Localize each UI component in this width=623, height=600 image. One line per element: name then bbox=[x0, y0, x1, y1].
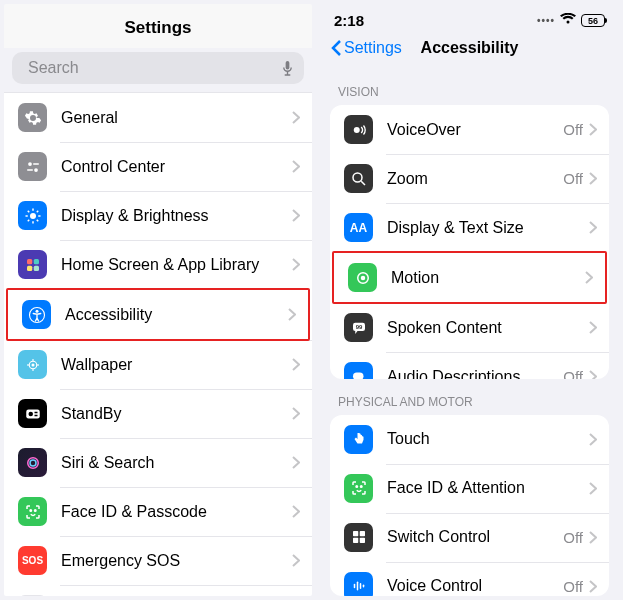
accessibility-screen: 2:18 •••• 56 Settings Accessibility VISI… bbox=[320, 4, 619, 596]
row-label: Siri & Search bbox=[61, 454, 292, 472]
voiceover-icon bbox=[344, 115, 373, 144]
row-display-brightness[interactable]: Display & Brightness bbox=[4, 191, 312, 240]
row-wallpaper[interactable]: Wallpaper bbox=[4, 340, 312, 389]
svg-point-51 bbox=[361, 276, 364, 279]
row-label: Voice Control bbox=[387, 577, 563, 595]
row-value: Off bbox=[563, 368, 583, 379]
section-header-physical: PHYSICAL AND MOTOR bbox=[320, 379, 619, 415]
touch-icon bbox=[344, 425, 373, 454]
row-value: Off bbox=[563, 529, 583, 546]
physical-card: Touch Face ID & Attention Switch Control… bbox=[330, 415, 609, 596]
text-size-icon: AA bbox=[344, 213, 373, 242]
chevron-right-icon bbox=[589, 580, 597, 593]
svg-point-23 bbox=[35, 309, 38, 312]
row-switch-control[interactable]: Switch Control Off bbox=[330, 513, 609, 562]
row-label: Spoken Content bbox=[387, 319, 589, 337]
mic-icon[interactable] bbox=[281, 60, 294, 77]
chevron-right-icon bbox=[292, 456, 300, 469]
svg-rect-18 bbox=[27, 259, 32, 264]
row-standby[interactable]: StandBy bbox=[4, 389, 312, 438]
svg-text:99: 99 bbox=[355, 323, 362, 329]
row-spoken[interactable]: 99 Spoken Content bbox=[330, 303, 609, 352]
svg-rect-63 bbox=[359, 583, 361, 589]
row-label: General bbox=[61, 109, 292, 127]
row-control-center[interactable]: Control Center bbox=[4, 142, 312, 191]
audio-descriptions-icon bbox=[344, 362, 373, 379]
row-accessibility[interactable]: Accessibility bbox=[8, 290, 308, 339]
row-zoom[interactable]: Zoom Off bbox=[330, 154, 609, 203]
row-emergency-sos[interactable]: SOS Emergency SOS bbox=[4, 536, 312, 585]
row-faceid-attention[interactable]: Face ID & Attention bbox=[330, 464, 609, 513]
svg-point-48 bbox=[353, 173, 362, 182]
row-motion[interactable]: Motion bbox=[334, 253, 605, 302]
cellular-icon: •••• bbox=[537, 15, 555, 26]
exposure-icon bbox=[18, 595, 47, 596]
back-button[interactable]: Settings bbox=[330, 39, 402, 57]
standby-icon bbox=[18, 399, 47, 428]
chevron-right-icon bbox=[292, 554, 300, 567]
svg-line-15 bbox=[36, 219, 38, 221]
row-label: Zoom bbox=[387, 170, 563, 188]
battery-icon: 56 bbox=[581, 14, 605, 27]
chevron-right-icon bbox=[292, 160, 300, 173]
svg-point-35 bbox=[30, 460, 36, 466]
chevron-right-icon bbox=[288, 308, 296, 321]
row-display-text[interactable]: AA Display & Text Size bbox=[330, 203, 609, 252]
svg-rect-20 bbox=[27, 265, 32, 270]
vision-card: VoiceOver Off Zoom Off AA Display & Text… bbox=[330, 105, 609, 379]
chevron-right-icon bbox=[292, 111, 300, 124]
chevron-right-icon bbox=[585, 271, 593, 284]
status-time: 2:18 bbox=[334, 12, 364, 29]
row-audio-desc[interactable]: Audio Descriptions Off bbox=[330, 352, 609, 379]
chevron-right-icon bbox=[589, 123, 597, 136]
chevron-right-icon bbox=[589, 482, 597, 495]
search-input[interactable] bbox=[28, 59, 275, 77]
sos-icon: SOS bbox=[18, 546, 47, 575]
svg-rect-8 bbox=[27, 169, 33, 171]
row-voice-control[interactable]: Voice Control Off bbox=[330, 562, 609, 596]
svg-rect-6 bbox=[33, 163, 39, 165]
svg-point-37 bbox=[34, 509, 36, 511]
row-general[interactable]: General bbox=[4, 93, 312, 142]
chevron-right-icon bbox=[589, 221, 597, 234]
spoken-content-icon: 99 bbox=[344, 313, 373, 342]
faceid-icon bbox=[18, 497, 47, 526]
row-label: Home Screen & App Library bbox=[61, 256, 292, 274]
row-label: Emergency SOS bbox=[61, 552, 292, 570]
row-home-screen[interactable]: Home Screen & App Library bbox=[4, 240, 312, 289]
voice-control-icon bbox=[344, 572, 373, 596]
chevron-right-icon bbox=[589, 172, 597, 185]
row-touch[interactable]: Touch bbox=[330, 415, 609, 464]
row-label: VoiceOver bbox=[387, 121, 563, 139]
svg-point-5 bbox=[28, 162, 32, 166]
row-label: Audio Descriptions bbox=[387, 368, 563, 379]
sliders-icon bbox=[18, 152, 47, 181]
siri-icon bbox=[18, 448, 47, 477]
chevron-right-icon bbox=[292, 505, 300, 518]
svg-rect-60 bbox=[359, 538, 364, 543]
row-voiceover[interactable]: VoiceOver Off bbox=[330, 105, 609, 154]
switch-control-icon bbox=[344, 523, 373, 552]
settings-screen: Settings General Control Center Display … bbox=[4, 4, 312, 596]
search-bar[interactable] bbox=[12, 52, 304, 84]
svg-line-14 bbox=[27, 210, 29, 212]
row-label: Display & Text Size bbox=[387, 219, 589, 237]
svg-line-17 bbox=[36, 210, 38, 212]
svg-line-16 bbox=[27, 219, 29, 221]
chevron-right-icon bbox=[292, 407, 300, 420]
svg-point-9 bbox=[30, 213, 36, 219]
row-siri-search[interactable]: Siri & Search bbox=[4, 438, 312, 487]
faceid-attention-icon bbox=[344, 474, 373, 503]
svg-rect-58 bbox=[359, 531, 364, 536]
svg-point-31 bbox=[28, 411, 33, 416]
row-label: Control Center bbox=[61, 158, 292, 176]
svg-rect-19 bbox=[33, 259, 38, 264]
svg-point-47 bbox=[353, 127, 359, 133]
svg-point-25 bbox=[31, 363, 34, 366]
row-label: Motion bbox=[391, 269, 585, 287]
row-faceid-passcode[interactable]: Face ID & Passcode bbox=[4, 487, 312, 536]
chevron-right-icon bbox=[589, 321, 597, 334]
row-exposure[interactable]: Exposure Notifications bbox=[4, 585, 312, 596]
row-label: Touch bbox=[387, 430, 589, 448]
gear-icon bbox=[18, 103, 47, 132]
